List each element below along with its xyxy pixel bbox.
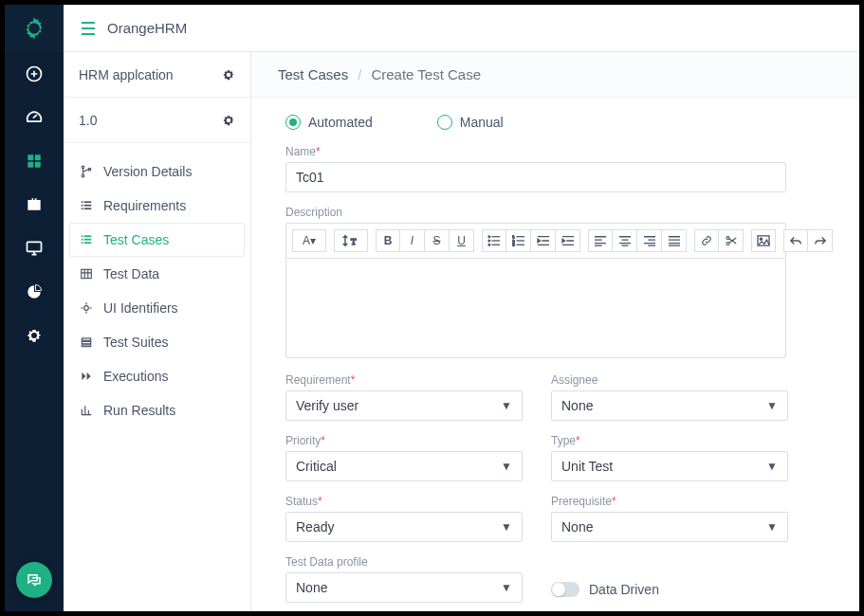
svg-rect-24 xyxy=(82,341,90,343)
rte-indent-button[interactable] xyxy=(556,229,580,252)
svg-rect-21 xyxy=(82,269,92,278)
svg-rect-12 xyxy=(84,205,92,207)
svg-rect-23 xyxy=(82,338,90,340)
priority-select[interactable]: Critical ▼ xyxy=(285,451,523,481)
strikethrough-icon: S xyxy=(432,234,440,247)
gear-icon xyxy=(222,68,235,82)
rail-monitor-button[interactable] xyxy=(5,226,64,270)
type-label: Type* xyxy=(551,434,788,447)
prerequisite-select[interactable]: None ▼ xyxy=(551,512,788,542)
svg-rect-11 xyxy=(82,205,83,207)
topbar: OrangeHRM xyxy=(64,5,859,52)
align-justify-icon xyxy=(668,235,681,246)
nav-test-cases[interactable]: Test Cases xyxy=(69,223,245,257)
requirement-select[interactable]: Verify user ▼ xyxy=(285,390,523,421)
nav-ui-identifiers[interactable]: UI Identifiers xyxy=(64,291,250,325)
undo-icon xyxy=(789,235,802,246)
rail-dashboard-button[interactable] xyxy=(5,96,64,139)
nav-label: Test Suites xyxy=(103,335,168,350)
rte-font-family-button[interactable]: A▾ xyxy=(292,229,326,252)
svg-rect-20 xyxy=(84,242,92,244)
image-icon xyxy=(757,235,770,246)
svg-rect-4 xyxy=(35,162,41,168)
mode-automated-radio[interactable]: Automated xyxy=(285,115,373,130)
rte-font-size-button[interactable]: T xyxy=(334,229,368,252)
rte-link-button[interactable] xyxy=(694,229,719,252)
nav-label: Test Data xyxy=(103,266,159,281)
svg-point-27 xyxy=(488,236,490,238)
nav-label: Test Cases xyxy=(103,232,169,247)
rte-undo-button[interactable] xyxy=(783,229,808,252)
svg-point-29 xyxy=(488,244,490,245)
rte-italic-button[interactable]: I xyxy=(400,229,425,252)
font-icon: A▾ xyxy=(303,234,316,247)
nav-version-details[interactable]: Version Details xyxy=(64,154,250,189)
gauge-icon xyxy=(25,108,44,127)
status-select[interactable]: Ready ▼ xyxy=(285,512,523,542)
table-icon xyxy=(79,266,94,281)
svg-rect-5 xyxy=(28,242,42,251)
description-editor[interactable] xyxy=(285,258,786,358)
svg-rect-9 xyxy=(82,201,83,203)
form-footer: Cancel Create xyxy=(285,603,833,611)
nav-test-suites[interactable]: Test Suites xyxy=(64,325,250,359)
caret-down-icon: ▼ xyxy=(501,460,512,473)
rte-image-button[interactable] xyxy=(751,229,776,252)
content: OrangeHRM HRM applcation 1.0 xyxy=(64,5,859,611)
rte-ul-button[interactable] xyxy=(482,229,506,252)
rte-bold-button[interactable]: B xyxy=(376,229,400,252)
select-value: Ready xyxy=(296,519,334,534)
rte-strike-button[interactable]: S xyxy=(425,229,450,252)
svg-rect-17 xyxy=(82,239,83,241)
rte-unlink-button[interactable] xyxy=(719,229,744,252)
application-settings-button[interactable] xyxy=(222,68,235,82)
radio-label: Automated xyxy=(308,115,373,130)
version-settings-button[interactable] xyxy=(222,114,235,127)
assignee-select[interactable]: None ▼ xyxy=(551,390,788,421)
rail-apps-button[interactable] xyxy=(5,139,64,183)
select-value: Verify user xyxy=(296,398,358,413)
chat-button[interactable] xyxy=(16,562,52,598)
description-label: Description xyxy=(285,206,786,219)
align-center-icon xyxy=(618,235,632,246)
type-select[interactable]: Unit Test ▼ xyxy=(551,451,788,481)
rte-align-right-button[interactable] xyxy=(637,229,662,252)
stack-icon xyxy=(79,335,94,350)
nav-run-results[interactable]: Run Results xyxy=(64,393,250,427)
rte-align-justify-button[interactable] xyxy=(662,229,687,252)
nav-label: Executions xyxy=(103,369,168,384)
radio-dot-icon xyxy=(285,115,301,130)
pie-chart-icon xyxy=(26,283,43,300)
hamburger-icon xyxy=(81,22,96,35)
svg-rect-25 xyxy=(82,345,90,347)
rail-settings-button[interactable] xyxy=(5,314,64,357)
test-data-profile-select[interactable]: None ▼ xyxy=(285,572,523,603)
rte-ol-button[interactable]: 123 xyxy=(506,229,531,252)
rte-align-left-button[interactable] xyxy=(588,229,613,252)
nav-label: Version Details xyxy=(103,164,192,179)
rte-align-center-button[interactable] xyxy=(613,229,637,252)
svg-point-28 xyxy=(488,240,490,242)
secondary-sidebar: HRM applcation 1.0 Version Details xyxy=(64,52,251,611)
nav-test-data[interactable]: Test Data xyxy=(64,257,250,291)
data-driven-toggle[interactable] xyxy=(551,582,579,597)
rte-outdent-button[interactable] xyxy=(531,229,556,252)
italic-icon: I xyxy=(411,234,414,247)
indent-icon xyxy=(561,235,575,246)
rail-add-button[interactable] xyxy=(5,52,64,96)
rail-briefcase-button[interactable] xyxy=(5,183,64,226)
grid-icon xyxy=(26,153,43,170)
rail-reports-button[interactable] xyxy=(5,270,64,314)
rte-underline-button[interactable]: U xyxy=(450,229,474,252)
application-label: HRM applcation xyxy=(79,67,174,82)
mode-manual-radio[interactable]: Manual xyxy=(437,115,504,130)
breadcrumb-current: Create Test Case xyxy=(371,66,481,82)
nav-executions[interactable]: Executions xyxy=(64,359,250,393)
name-input[interactable] xyxy=(285,162,786,192)
rte-redo-button[interactable] xyxy=(808,229,833,252)
fast-forward-icon xyxy=(79,369,94,384)
app-logo-icon xyxy=(21,15,47,42)
menu-toggle-button[interactable] xyxy=(81,22,96,35)
breadcrumb-root[interactable]: Test Cases xyxy=(278,66,348,82)
nav-requirements[interactable]: Requirements xyxy=(64,189,250,223)
